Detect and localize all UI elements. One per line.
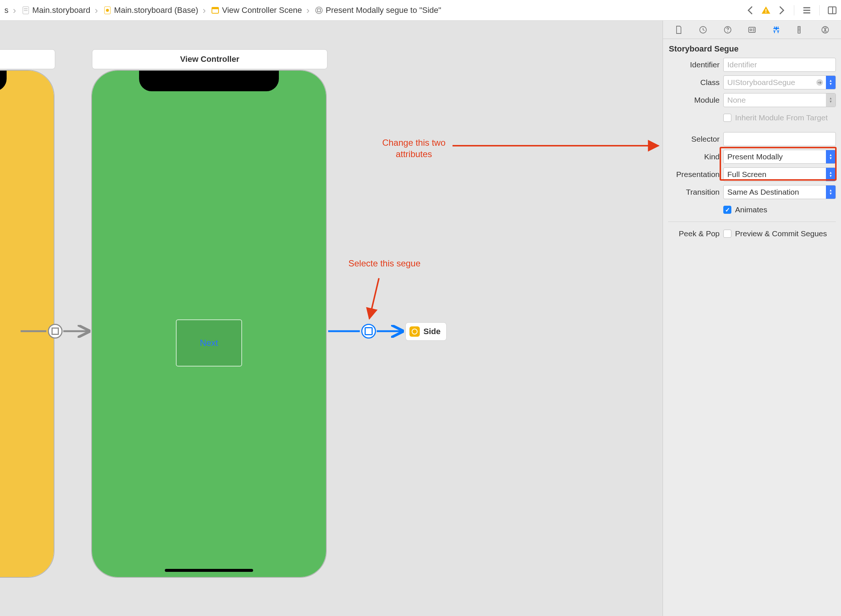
selector-input[interactable] [723,132,836,146]
stepper-icon[interactable] [826,76,835,89]
stepper-icon[interactable] [826,185,835,199]
annotation-change-attributes: Change this two attributes [375,137,453,160]
presentation-select[interactable]: Full Screen [723,167,836,182]
container-label: Next [200,338,218,348]
transition-select[interactable]: Same As Destination [723,185,836,199]
module-select[interactable]: None [723,93,836,107]
transition-value: Same As Destination [724,188,826,197]
class-label: Class [668,78,723,87]
scene-icon [211,6,220,15]
identifier-row: Identifier [668,57,836,72]
breadcrumb-label: Main.storyboard (Base) [114,6,198,15]
presentation-label: Presentation [668,170,723,179]
svg-rect-1 [24,8,28,9]
storyboard-file-icon [21,6,30,15]
container-view[interactable]: Next [176,320,242,367]
svg-rect-26 [798,26,800,33]
file-inspector-tab[interactable] [672,23,686,37]
nav-back-button[interactable] [745,5,756,15]
breadcrumb-label: Main.storyboard [32,6,91,15]
history-inspector-tab[interactable] [696,23,710,37]
app-root: s › Main.storyboard › Main.storyboard (B… [0,0,841,616]
peek-pop-option-label: Preview & Commit Segues [735,229,827,238]
toolbar-divider [794,5,794,15]
view-controller-scene[interactable]: Next [0,70,54,578]
breadcrumb-item-scene[interactable]: View Controller Scene › [210,6,312,15]
class-select[interactable]: UIStoryboardSegue ➜ [723,75,836,89]
kind-value: Present Modally [724,153,826,161]
size-inspector-tab[interactable] [794,23,807,37]
kind-select[interactable]: Present Modally [723,150,836,164]
toolbar-divider [819,5,820,15]
svg-line-19 [369,278,379,319]
stepper-icon[interactable] [826,94,835,107]
attributes-inspector-tab[interactable] [770,23,783,37]
adjust-editor-button[interactable] [827,5,837,15]
inherit-label: Inherit Module From Target [735,113,828,122]
module-label: Module [668,96,723,104]
root-view [0,70,54,577]
device-notch [139,70,279,91]
peek-pop-label: Peek & Pop [668,229,723,238]
svg-rect-2 [24,10,28,11]
breadcrumb-item-segue[interactable]: Present Modally segue to "Side" [314,6,442,15]
class-row: Class UIStoryboardSegue ➜ [668,75,836,90]
svg-rect-8 [318,9,321,12]
svg-point-7 [316,7,322,14]
svg-rect-10 [766,12,766,13]
kind-row: Kind Present Modally [668,150,836,164]
segue-node-present-modally[interactable] [361,324,376,339]
chevron-right-icon: › [304,6,312,15]
svg-point-25 [750,29,752,31]
segue-node-embed[interactable] [48,324,63,339]
module-value: None [724,96,826,104]
breadcrumb-item-base[interactable]: Main.storyboard (Base) › [102,6,209,15]
animates-row: Animates [668,202,836,217]
outline-toggle-button[interactable] [801,5,812,15]
selector-label: Selector [668,135,723,144]
storyboard-canvas[interactable]: View Controller View Controller Next [0,21,662,616]
class-value: UIStoryboardSegue [724,78,826,87]
clear-icon[interactable]: ➜ [816,79,823,86]
inspector-panel: Storyboard Segue Identifier Class UIStor… [662,21,841,616]
presentation-row: Presentation Full Screen [668,167,836,182]
breadcrumb-label: Present Modally segue to "Side" [325,6,441,15]
chevron-right-icon: › [92,6,100,15]
identifier-input[interactable] [723,58,836,72]
animates-checkbox[interactable]: Animates [723,205,836,214]
breadcrumb-label: s [4,6,9,15]
svg-rect-9 [766,9,766,12]
chevron-right-icon: › [201,6,208,15]
scene-title-bar[interactable]: View Controller [0,49,55,69]
checkbox-checked-icon [723,206,731,214]
breadcrumb-item-truncated[interactable]: s › [4,6,19,15]
stepper-icon[interactable] [826,150,835,163]
checkbox-icon [723,114,731,122]
side-scene-label: Side [423,327,440,336]
scene-title-bar[interactable]: View Controller [92,49,327,69]
svg-rect-6 [212,7,218,9]
connections-inspector-tab[interactable] [819,23,832,37]
inspector-tab-bar [663,21,841,39]
main-split: View Controller View Controller Next [0,21,841,616]
view-controller-scene[interactable]: Back Next [91,70,327,578]
segue-icon [315,6,323,15]
svg-point-23 [727,31,728,32]
stepper-icon[interactable] [826,168,835,181]
transition-label: Transition [668,188,723,197]
inherit-row: Inherit Module From Target [668,110,836,125]
nav-forward-button[interactable] [776,5,787,15]
breadcrumb: s › Main.storyboard › Main.storyboard (B… [4,6,745,15]
annotation-select-segue: Selecte this segue [348,258,421,269]
inherit-module-checkbox[interactable]: Inherit Module From Target [723,113,836,122]
breadcrumb-item-storyboard[interactable]: Main.storyboard › [21,6,101,15]
peek-pop-checkbox[interactable]: Preview & Commit Segues [723,229,836,238]
inspector-section-title: Storyboard Segue [668,43,836,57]
help-inspector-tab[interactable] [721,23,734,37]
side-scene-reference[interactable]: Side [406,322,447,341]
warning-icon[interactable] [761,5,771,15]
identity-inspector-tab[interactable] [745,23,759,37]
section-divider [668,221,836,222]
breadcrumb-label: View Controller Scene [222,6,302,15]
home-indicator [165,569,253,572]
